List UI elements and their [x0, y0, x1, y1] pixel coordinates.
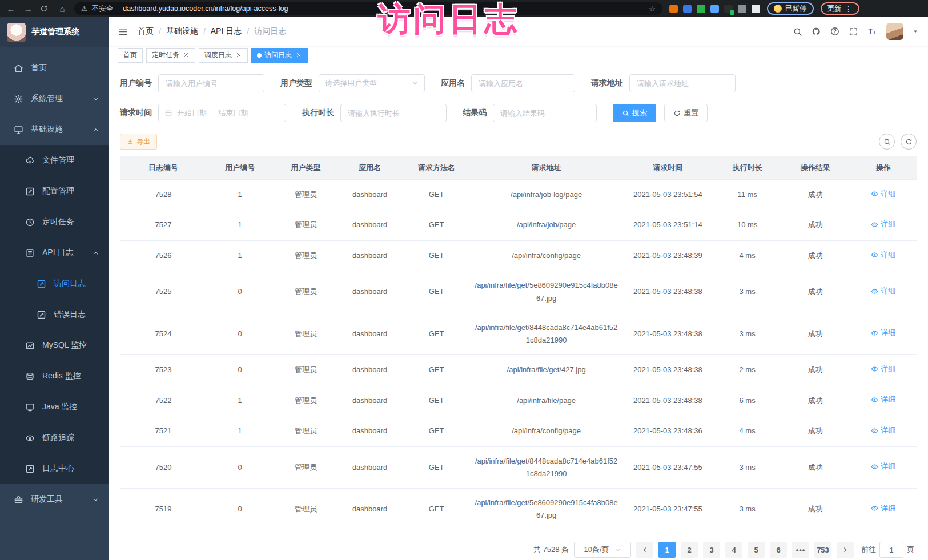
browser-extension-icon[interactable]: [710, 5, 719, 13]
result-code-input[interactable]: [493, 104, 597, 122]
detail-link[interactable]: 详细: [871, 218, 895, 231]
tab-访问日志[interactable]: 访问日志: [251, 48, 308, 63]
hamburger-icon[interactable]: [118, 26, 128, 37]
cell-actions: 详细: [850, 354, 917, 385]
forward-icon[interactable]: →: [23, 4, 33, 14]
update-button[interactable]: 更新 ⋮: [821, 2, 860, 15]
refresh-table-button[interactable]: [901, 134, 917, 150]
page-button-2[interactable]: 2: [681, 542, 698, 558]
sidebar-item-file-manage[interactable]: 文件管理: [0, 145, 109, 176]
fullscreen-icon[interactable]: [849, 27, 858, 37]
cell-log-id: 7523: [120, 354, 207, 385]
home-nav-icon[interactable]: ⌂: [57, 4, 67, 14]
page-size-select[interactable]: 10条/页: [574, 542, 631, 558]
sidebar-item-config[interactable]: 配置管理: [0, 176, 109, 207]
reload-icon[interactable]: [40, 5, 50, 13]
user-id-input[interactable]: [158, 74, 264, 92]
pager-more[interactable]: •••: [792, 542, 809, 558]
user-avatar[interactable]: [886, 23, 903, 40]
column-header: 操作: [850, 156, 917, 179]
browser-extension-icon[interactable]: [724, 5, 733, 13]
browser-extension-icon[interactable]: [683, 5, 692, 13]
sidebar-item-error-log[interactable]: 错误日志: [0, 299, 109, 330]
prev-page-button[interactable]: [636, 542, 653, 558]
close-icon[interactable]: [296, 52, 302, 58]
sidebar-item-log-center[interactable]: 日志中心: [0, 453, 109, 484]
app-name-input[interactable]: [471, 74, 575, 92]
avatar-caret-down-icon[interactable]: [912, 28, 919, 35]
sidebar-item-gear[interactable]: 系统管理: [0, 83, 109, 114]
github-icon[interactable]: [811, 26, 821, 37]
svg-text:T: T: [873, 30, 876, 35]
detail-link[interactable]: 详细: [871, 460, 895, 473]
tab-调度日志[interactable]: 调度日志: [199, 48, 248, 63]
sidebar-item-access-log[interactable]: 访问日志: [0, 268, 109, 299]
app-logo[interactable]: 芋道管理系统: [0, 17, 109, 47]
sidebar-item-api-log[interactable]: API 日志: [0, 237, 109, 268]
sidebar-item-home[interactable]: 首页: [0, 53, 109, 83]
header-search-icon[interactable]: [793, 27, 802, 37]
detail-label: 详细: [881, 393, 895, 406]
goto-page-input[interactable]: [879, 542, 903, 558]
request-url-input[interactable]: [629, 74, 736, 92]
browser-extension-icon[interactable]: [738, 5, 746, 13]
sidebar-item-mysql[interactable]: MySQL 监控: [0, 330, 109, 361]
browser-extension-icon[interactable]: [697, 5, 705, 13]
user-type-select[interactable]: 请选择用户类型: [319, 74, 425, 92]
breadcrumb-item[interactable]: 基础设施: [166, 26, 198, 37]
chrome-menu-icon: ⋮: [845, 5, 853, 13]
page-button-6[interactable]: 6: [770, 542, 787, 558]
tab-定时任务[interactable]: 定时任务: [146, 48, 195, 63]
detail-link[interactable]: 详细: [871, 393, 895, 406]
cell-request-time: 2021-05-03 23:48:38: [621, 385, 714, 416]
detail-link[interactable]: 详细: [871, 249, 895, 261]
page-button-753[interactable]: 753: [814, 542, 831, 558]
cell-duration: 6 ms: [714, 385, 781, 416]
detail-link[interactable]: 详细: [871, 327, 895, 339]
sidebar-item-java[interactable]: Java 监控: [0, 392, 109, 422]
page-button-4[interactable]: 4: [725, 542, 742, 558]
cell-user-type: 管理员: [273, 271, 338, 313]
sidebar-item-label: Java 监控: [42, 402, 77, 412]
tab-首页[interactable]: 首页: [118, 48, 143, 63]
sidebar-item-infra[interactable]: 基础设施: [0, 114, 109, 145]
help-icon[interactable]: [830, 26, 840, 37]
reset-button[interactable]: 重置: [664, 104, 708, 122]
breadcrumb-item[interactable]: 首页: [138, 26, 154, 37]
column-header: 应用名: [338, 156, 401, 179]
back-icon[interactable]: ←: [6, 4, 16, 14]
eye-icon: [871, 251, 878, 259]
detail-link[interactable]: 详细: [871, 502, 895, 515]
search-button[interactable]: 搜索: [613, 104, 656, 122]
export-button[interactable]: 导出: [120, 134, 157, 150]
cell-user-type: 管理员: [273, 488, 338, 530]
toggle-search-button[interactable]: [879, 134, 895, 150]
sidebar-item-trace[interactable]: 链路追踪: [0, 422, 109, 453]
sidebar-item-tools[interactable]: 研发工具: [0, 484, 109, 515]
close-icon[interactable]: [236, 52, 242, 58]
detail-link[interactable]: 详细: [871, 188, 895, 200]
duration-input[interactable]: [340, 104, 447, 122]
profile-paused-pill[interactable]: 已暂停: [767, 2, 814, 15]
font-size-icon[interactable]: TT: [867, 26, 878, 37]
detail-link[interactable]: 详细: [871, 285, 895, 297]
page-button-5[interactable]: 5: [748, 542, 765, 558]
sidebar-item-redis[interactable]: Redis 监控: [0, 361, 109, 392]
detail-link[interactable]: 详细: [871, 363, 895, 376]
next-page-button[interactable]: [837, 542, 854, 558]
date-range-picker[interactable]: 开始日期 - 结束日期: [158, 104, 286, 122]
column-header: 请求地址: [471, 156, 621, 179]
browser-extension-icon[interactable]: [669, 5, 678, 13]
browser-extension-icon[interactable]: [752, 5, 760, 13]
sidebar-item-label: 访问日志: [54, 279, 86, 289]
table-row: 75230管理员dashboardGET/api/infra/file/get/…: [120, 354, 917, 385]
bookmark-star-icon[interactable]: ☆: [649, 5, 656, 13]
sidebar-item-job[interactable]: 定时任务: [0, 207, 109, 237]
cell-log-id: 7527: [120, 210, 207, 241]
breadcrumb-item[interactable]: API 日志: [211, 26, 242, 37]
page-button-3[interactable]: 3: [703, 542, 720, 558]
page-button-1[interactable]: 1: [658, 542, 676, 558]
address-bar[interactable]: ⚠ 不安全 dashboard.yudao.iocoder.cn/infra/l…: [74, 2, 662, 15]
close-icon[interactable]: [183, 52, 190, 58]
detail-link[interactable]: 详细: [871, 424, 895, 437]
